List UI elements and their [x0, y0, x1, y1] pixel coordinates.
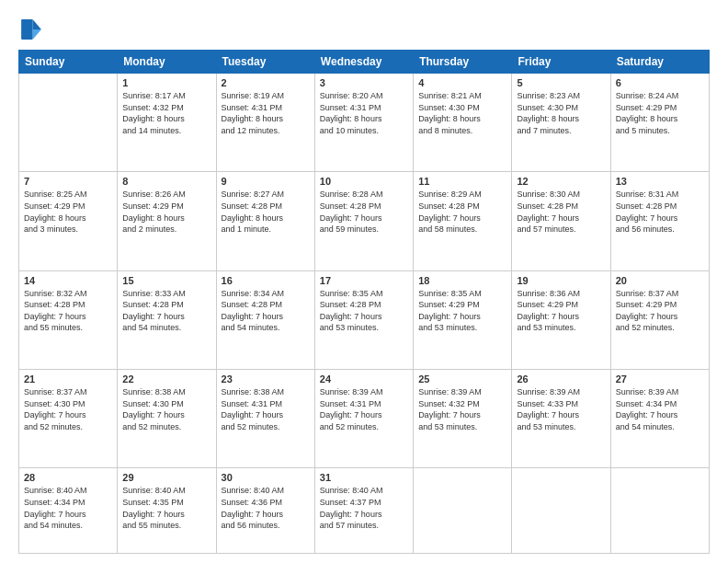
day-number: 1 — [122, 77, 210, 88]
calendar-cell: 28Sunrise: 8:40 AMSunset: 4:34 PMDayligh… — [19, 468, 118, 554]
header — [18, 17, 710, 42]
svg-rect-2 — [21, 19, 32, 40]
calendar-cell: 12Sunrise: 8:30 AMSunset: 4:28 PMDayligh… — [512, 172, 610, 270]
calendar-week-1: 7Sunrise: 8:25 AMSunset: 4:29 PMDaylight… — [19, 172, 710, 270]
col-header-friday: Friday — [512, 51, 610, 74]
calendar-cell — [414, 468, 512, 554]
calendar-cell: 10Sunrise: 8:28 AMSunset: 4:28 PMDayligh… — [314, 172, 413, 270]
calendar-cell: 24Sunrise: 8:39 AMSunset: 4:31 PMDayligh… — [314, 369, 413, 467]
calendar-cell: 29Sunrise: 8:40 AMSunset: 4:35 PMDayligh… — [118, 468, 216, 554]
day-info: Sunrise: 8:31 AMSunset: 4:28 PMDaylight:… — [616, 189, 704, 235]
day-info: Sunrise: 8:39 AMSunset: 4:31 PMDaylight:… — [320, 386, 408, 432]
day-info: Sunrise: 8:24 AMSunset: 4:29 PMDaylight:… — [616, 90, 704, 136]
calendar-cell: 11Sunrise: 8:29 AMSunset: 4:28 PMDayligh… — [414, 172, 512, 270]
col-header-thursday: Thursday — [414, 51, 512, 74]
calendar-week-4: 28Sunrise: 8:40 AMSunset: 4:34 PMDayligh… — [19, 468, 710, 554]
day-info: Sunrise: 8:40 AMSunset: 4:34 PMDaylight:… — [24, 485, 112, 531]
calendar-week-3: 21Sunrise: 8:37 AMSunset: 4:30 PMDayligh… — [19, 369, 710, 467]
day-number: 17 — [320, 275, 408, 286]
calendar-cell: 6Sunrise: 8:24 AMSunset: 4:29 PMDaylight… — [610, 74, 709, 172]
calendar-cell: 7Sunrise: 8:25 AMSunset: 4:29 PMDaylight… — [19, 172, 118, 270]
day-number: 6 — [616, 77, 704, 88]
day-info: Sunrise: 8:39 AMSunset: 4:33 PMDaylight:… — [517, 386, 605, 432]
day-info: Sunrise: 8:30 AMSunset: 4:28 PMDaylight:… — [517, 189, 605, 235]
calendar-cell: 26Sunrise: 8:39 AMSunset: 4:33 PMDayligh… — [512, 369, 610, 467]
day-number: 28 — [24, 472, 112, 483]
calendar-cell: 27Sunrise: 8:39 AMSunset: 4:34 PMDayligh… — [610, 369, 709, 467]
calendar-cell: 23Sunrise: 8:38 AMSunset: 4:31 PMDayligh… — [216, 369, 314, 467]
calendar-cell — [19, 74, 118, 172]
svg-marker-1 — [33, 29, 41, 40]
page: SundayMondayTuesdayWednesdayThursdayFrid… — [0, 0, 728, 563]
day-number: 13 — [616, 176, 704, 187]
calendar-cell: 25Sunrise: 8:39 AMSunset: 4:32 PMDayligh… — [414, 369, 512, 467]
day-number: 29 — [122, 472, 210, 483]
day-number: 25 — [418, 373, 506, 385]
day-number: 4 — [418, 77, 506, 88]
calendar-cell: 9Sunrise: 8:27 AMSunset: 4:28 PMDaylight… — [216, 172, 314, 270]
calendar-cell: 3Sunrise: 8:20 AMSunset: 4:31 PMDaylight… — [314, 74, 413, 172]
day-info: Sunrise: 8:29 AMSunset: 4:28 PMDaylight:… — [418, 189, 506, 235]
calendar-cell: 14Sunrise: 8:32 AMSunset: 4:28 PMDayligh… — [19, 270, 118, 369]
day-number: 23 — [222, 373, 310, 385]
day-number: 10 — [320, 176, 408, 187]
col-header-wednesday: Wednesday — [314, 51, 413, 74]
day-info: Sunrise: 8:20 AMSunset: 4:31 PMDaylight:… — [320, 90, 408, 136]
day-number: 14 — [24, 275, 112, 286]
day-number: 15 — [122, 275, 210, 286]
day-info: Sunrise: 8:33 AMSunset: 4:28 PMDaylight:… — [122, 288, 210, 334]
day-number: 20 — [616, 275, 704, 286]
day-number: 21 — [24, 373, 112, 385]
day-number: 31 — [320, 472, 408, 483]
day-info: Sunrise: 8:37 AMSunset: 4:30 PMDaylight:… — [24, 386, 112, 432]
day-number: 11 — [418, 176, 506, 187]
day-number: 19 — [517, 275, 605, 286]
day-info: Sunrise: 8:27 AMSunset: 4:28 PMDaylight:… — [222, 189, 310, 235]
col-header-sunday: Sunday — [19, 51, 118, 74]
day-number: 22 — [122, 373, 210, 385]
day-number: 3 — [320, 77, 408, 88]
calendar-cell: 1Sunrise: 8:17 AMSunset: 4:32 PMDaylight… — [118, 74, 216, 172]
calendar-week-0: 1Sunrise: 8:17 AMSunset: 4:32 PMDaylight… — [19, 74, 710, 172]
calendar-cell — [512, 468, 610, 554]
day-info: Sunrise: 8:40 AMSunset: 4:37 PMDaylight:… — [320, 485, 408, 531]
calendar-cell: 8Sunrise: 8:26 AMSunset: 4:29 PMDaylight… — [118, 172, 216, 270]
calendar-cell: 4Sunrise: 8:21 AMSunset: 4:30 PMDaylight… — [414, 74, 512, 172]
day-info: Sunrise: 8:39 AMSunset: 4:34 PMDaylight:… — [616, 386, 704, 432]
calendar-cell: 16Sunrise: 8:34 AMSunset: 4:28 PMDayligh… — [216, 270, 314, 369]
calendar-cell: 2Sunrise: 8:19 AMSunset: 4:31 PMDaylight… — [216, 74, 314, 172]
calendar-cell: 22Sunrise: 8:38 AMSunset: 4:30 PMDayligh… — [118, 369, 216, 467]
day-info: Sunrise: 8:38 AMSunset: 4:30 PMDaylight:… — [122, 386, 210, 432]
day-info: Sunrise: 8:40 AMSunset: 4:35 PMDaylight:… — [122, 485, 210, 531]
col-header-saturday: Saturday — [610, 51, 709, 74]
day-info: Sunrise: 8:37 AMSunset: 4:29 PMDaylight:… — [616, 288, 704, 334]
day-info: Sunrise: 8:17 AMSunset: 4:32 PMDaylight:… — [122, 90, 210, 136]
day-number: 5 — [517, 77, 605, 88]
day-number: 2 — [222, 77, 310, 88]
calendar-cell: 15Sunrise: 8:33 AMSunset: 4:28 PMDayligh… — [118, 270, 216, 369]
logo-icon — [18, 17, 44, 42]
day-info: Sunrise: 8:36 AMSunset: 4:29 PMDaylight:… — [517, 288, 605, 334]
calendar-cell: 18Sunrise: 8:35 AMSunset: 4:29 PMDayligh… — [414, 270, 512, 369]
calendar-week-2: 14Sunrise: 8:32 AMSunset: 4:28 PMDayligh… — [19, 270, 710, 369]
calendar-table: SundayMondayTuesdayWednesdayThursdayFrid… — [18, 50, 710, 554]
day-number: 8 — [122, 176, 210, 187]
day-info: Sunrise: 8:28 AMSunset: 4:28 PMDaylight:… — [320, 189, 408, 235]
calendar-cell: 5Sunrise: 8:23 AMSunset: 4:30 PMDaylight… — [512, 74, 610, 172]
day-info: Sunrise: 8:39 AMSunset: 4:32 PMDaylight:… — [418, 386, 506, 432]
calendar-cell: 13Sunrise: 8:31 AMSunset: 4:28 PMDayligh… — [610, 172, 709, 270]
day-info: Sunrise: 8:32 AMSunset: 4:28 PMDaylight:… — [24, 288, 112, 334]
calendar-cell: 31Sunrise: 8:40 AMSunset: 4:37 PMDayligh… — [314, 468, 413, 554]
day-info: Sunrise: 8:19 AMSunset: 4:31 PMDaylight:… — [222, 90, 310, 136]
calendar-cell — [610, 468, 709, 554]
day-number: 30 — [222, 472, 310, 483]
col-header-tuesday: Tuesday — [216, 51, 314, 74]
day-number: 24 — [320, 373, 408, 385]
day-number: 18 — [418, 275, 506, 286]
svg-marker-0 — [33, 19, 41, 29]
calendar-cell: 19Sunrise: 8:36 AMSunset: 4:29 PMDayligh… — [512, 270, 610, 369]
calendar-cell: 20Sunrise: 8:37 AMSunset: 4:29 PMDayligh… — [610, 270, 709, 369]
day-info: Sunrise: 8:35 AMSunset: 4:29 PMDaylight:… — [418, 288, 506, 334]
calendar-cell: 21Sunrise: 8:37 AMSunset: 4:30 PMDayligh… — [19, 369, 118, 467]
day-number: 12 — [517, 176, 605, 187]
